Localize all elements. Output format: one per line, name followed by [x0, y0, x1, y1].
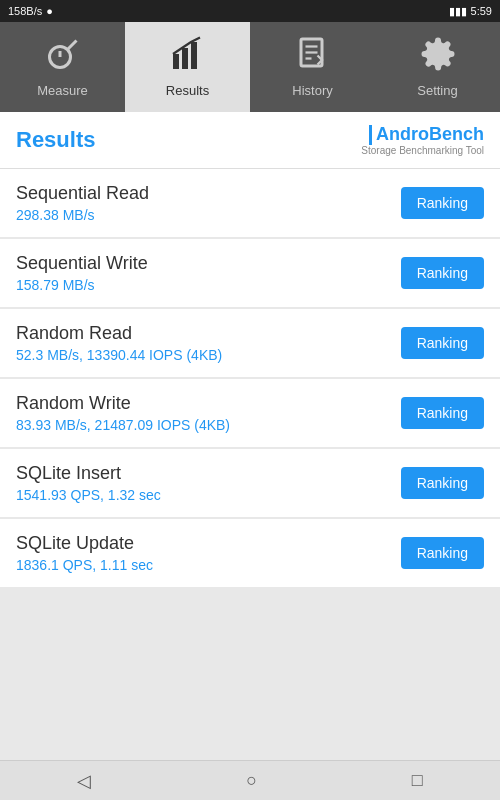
ranking-btn-sqlite-insert[interactable]: Ranking [401, 467, 484, 499]
wifi-icon: ● [46, 5, 53, 17]
result-value-sequential-write: 158.79 MB/s [16, 277, 148, 293]
ranking-btn-sequential-write[interactable]: Ranking [401, 257, 484, 289]
recent-button[interactable]: □ [392, 766, 443, 795]
result-info-random-write: Random Write 83.93 MB/s, 21487.09 IOPS (… [16, 393, 230, 433]
result-row-sequential-write: Sequential Write 158.79 MB/s Ranking [0, 239, 500, 307]
tab-results-label: Results [166, 83, 209, 98]
network-speed: 158B/s [8, 5, 42, 17]
result-name-random-read: Random Read [16, 323, 222, 344]
ranking-btn-random-write[interactable]: Ranking [401, 397, 484, 429]
result-name-sequential-read: Sequential Read [16, 183, 149, 204]
ranking-btn-sequential-read[interactable]: Ranking [401, 187, 484, 219]
result-row-sqlite-insert: SQLite Insert 1541.93 QPS, 1.32 sec Rank… [0, 449, 500, 517]
nav-tabs: Measure Results History [0, 22, 500, 112]
setting-icon [420, 36, 456, 77]
time-display: 5:59 [471, 5, 492, 17]
battery-icon: ▮▮▮ [449, 5, 467, 18]
ranking-btn-sqlite-update[interactable]: Ranking [401, 537, 484, 569]
svg-line-1 [67, 41, 76, 50]
bottom-nav: ◁ ○ □ [0, 760, 500, 800]
svg-rect-3 [173, 54, 179, 69]
brand: AndroBench Storage Benchmarking Tool [361, 124, 484, 156]
tab-history-label: History [292, 83, 332, 98]
results-header: Results AndroBench Storage Benchmarking … [0, 112, 500, 169]
result-name-sqlite-update: SQLite Update [16, 533, 153, 554]
result-value-sqlite-update: 1836.1 QPS, 1.11 sec [16, 557, 153, 573]
tab-measure-label: Measure [37, 83, 88, 98]
status-right: ▮▮▮ 5:59 [449, 5, 492, 18]
ranking-btn-random-read[interactable]: Ranking [401, 327, 484, 359]
results-title: Results [16, 127, 95, 153]
result-name-sqlite-insert: SQLite Insert [16, 463, 161, 484]
history-icon [295, 36, 331, 77]
result-row-random-read: Random Read 52.3 MB/s, 13390.44 IOPS (4K… [0, 309, 500, 377]
tab-measure[interactable]: Measure [0, 22, 125, 112]
result-info-sequential-write: Sequential Write 158.79 MB/s [16, 253, 148, 293]
results-icon [170, 36, 206, 77]
result-value-sqlite-insert: 1541.93 QPS, 1.32 sec [16, 487, 161, 503]
brand-separator [369, 125, 372, 145]
tab-results[interactable]: Results [125, 22, 250, 112]
home-button[interactable]: ○ [226, 766, 277, 795]
result-row-random-write: Random Write 83.93 MB/s, 21487.09 IOPS (… [0, 379, 500, 447]
tab-history[interactable]: History [250, 22, 375, 112]
measure-icon [45, 36, 81, 77]
brand-name: AndroBench [376, 124, 484, 145]
result-info-random-read: Random Read 52.3 MB/s, 13390.44 IOPS (4K… [16, 323, 222, 363]
status-left: 158B/s ● [8, 5, 53, 17]
result-value-random-read: 52.3 MB/s, 13390.44 IOPS (4KB) [16, 347, 222, 363]
svg-rect-4 [182, 48, 188, 69]
result-row-sqlite-update: SQLite Update 1836.1 QPS, 1.11 sec Ranki… [0, 519, 500, 587]
result-name-sequential-write: Sequential Write [16, 253, 148, 274]
result-info-sqlite-update: SQLite Update 1836.1 QPS, 1.11 sec [16, 533, 153, 573]
result-row-sequential-read: Sequential Read 298.38 MB/s Ranking [0, 169, 500, 237]
brand-sub: Storage Benchmarking Tool [361, 145, 484, 156]
result-value-random-write: 83.93 MB/s, 21487.09 IOPS (4KB) [16, 417, 230, 433]
tab-setting[interactable]: Setting [375, 22, 500, 112]
content-area: Results AndroBench Storage Benchmarking … [0, 112, 500, 760]
svg-rect-5 [191, 42, 197, 69]
back-button[interactable]: ◁ [57, 766, 111, 796]
tab-setting-label: Setting [417, 83, 457, 98]
result-value-sequential-read: 298.38 MB/s [16, 207, 149, 223]
result-info-sequential-read: Sequential Read 298.38 MB/s [16, 183, 149, 223]
result-info-sqlite-insert: SQLite Insert 1541.93 QPS, 1.32 sec [16, 463, 161, 503]
result-name-random-write: Random Write [16, 393, 230, 414]
status-bar: 158B/s ● ▮▮▮ 5:59 [0, 0, 500, 22]
